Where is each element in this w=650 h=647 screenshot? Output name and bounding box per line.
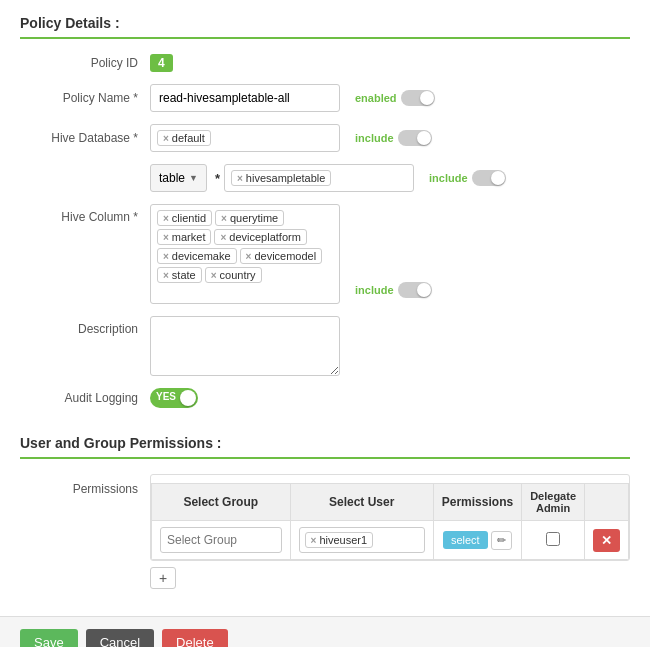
hive-column-tag: ×market [157, 229, 211, 245]
audit-toggle-knob [180, 390, 196, 406]
table-dropdown-wrapper: table ▼ * [150, 164, 224, 192]
permissions-table: Select Group Select User Permissions Del… [151, 483, 629, 560]
col-action-header [585, 484, 629, 521]
include-label-col: include [355, 284, 394, 296]
hive-db-label: Hive Database * [20, 131, 150, 145]
hive-col-tag-remove[interactable]: × [163, 213, 169, 224]
hive-col-tag-remove[interactable]: × [163, 270, 169, 281]
delegate-cell [522, 521, 585, 560]
delegate-admin-checkbox[interactable] [546, 532, 560, 546]
include-label-table: include [429, 172, 468, 184]
include-toggle-table-knob [491, 171, 505, 185]
audit-toggle-wrapper: YES [150, 388, 198, 408]
cancel-button[interactable]: Cancel [86, 629, 154, 647]
user-tag: × hiveuser1 [305, 532, 374, 548]
add-row-button[interactable]: + [150, 567, 176, 589]
hive-db-tag: × default [157, 130, 211, 146]
user-tag-remove[interactable]: × [311, 535, 317, 546]
col-delegate-header: Delegate Admin [522, 484, 585, 521]
include-toggle-table-wrapper: include [429, 170, 506, 186]
audit-yes-label: YES [156, 391, 176, 402]
enabled-toggle-wrapper: enabled [355, 90, 435, 106]
table-asterisk: * [215, 171, 220, 186]
hive-column-input-box[interactable]: ×clientid×querytime×market×deviceplatfor… [150, 204, 340, 304]
hive-column-tag: ×country [205, 267, 262, 283]
hive-column-tag: ×state [157, 267, 202, 283]
enabled-label: enabled [355, 92, 397, 104]
group-cell [152, 521, 291, 560]
chevron-down-icon: ▼ [189, 173, 198, 183]
audit-toggle[interactable]: YES [150, 388, 198, 408]
select-permissions-button[interactable]: select [443, 531, 488, 549]
table-dropdown-label: table [159, 171, 185, 185]
delete-row-button[interactable]: ✕ [593, 529, 620, 552]
user-tag-label: hiveuser1 [319, 534, 367, 546]
include-toggle-col-knob [417, 283, 431, 297]
permissions-title: User and Group Permissions : [20, 435, 630, 459]
hive-column-label: Hive Column * [20, 204, 150, 224]
permissions-cell: select ✏ [433, 521, 521, 560]
save-button[interactable]: Save [20, 629, 78, 647]
hive-column-tag: ×devicemodel [240, 248, 323, 264]
description-row: Description [20, 316, 630, 376]
include-toggle-db[interactable] [398, 130, 432, 146]
select-group-input[interactable] [160, 527, 282, 553]
permissions-table-wrapper: Select Group Select User Permissions Del… [150, 474, 630, 561]
hive-table-input-box[interactable]: × hivesampletable [224, 164, 414, 192]
policy-id-label: Policy ID [20, 56, 150, 70]
hive-col-tag-remove[interactable]: × [246, 251, 252, 262]
hive-table-tag: × hivesampletable [231, 170, 331, 186]
delegate-label: Delegate [530, 490, 576, 502]
include-label-db: include [355, 132, 394, 144]
policy-id-row: Policy ID 4 [20, 54, 630, 72]
audit-logging-area: YES [150, 388, 630, 408]
col-permissions-header: Permissions [433, 484, 521, 521]
policy-details-title: Policy Details : [20, 15, 630, 39]
hive-column-tag: ×querytime [215, 210, 284, 226]
permissions-row: Permissions Select Group Select User Per… [20, 474, 630, 589]
hive-col-tag-remove[interactable]: × [163, 232, 169, 243]
user-cell: × hiveuser1 [290, 521, 433, 560]
admin-label: Admin [536, 502, 570, 514]
policy-name-input[interactable] [150, 84, 340, 112]
table-row: × hiveuser1 select ✏ [152, 521, 629, 560]
enabled-toggle[interactable] [401, 90, 435, 106]
delete-cell: ✕ [585, 521, 629, 560]
audit-logging-label: Audit Logging [20, 391, 150, 405]
col-user-header: Select User [290, 484, 433, 521]
hive-column-tag: ×deviceplatform [214, 229, 306, 245]
include-toggle-col[interactable] [398, 282, 432, 298]
edit-icon: ✏ [497, 534, 506, 546]
hive-col-tag-remove[interactable]: × [211, 270, 217, 281]
permissions-header-row: Select Group Select User Permissions Del… [152, 484, 629, 521]
hive-column-area: ×clientid×querytime×market×deviceplatfor… [150, 204, 630, 304]
policy-name-row: Policy Name * enabled [20, 84, 630, 112]
hive-table-tag-label: hivesampletable [246, 172, 326, 184]
user-tag-box[interactable]: × hiveuser1 [299, 527, 425, 553]
description-input[interactable] [150, 316, 340, 376]
hive-col-tag-remove[interactable]: × [221, 213, 227, 224]
table-dropdown-btn[interactable]: table ▼ [150, 164, 207, 192]
hive-db-input-box[interactable]: × default [150, 124, 340, 152]
hive-column-row: Hive Column * ×clientid×querytime×market… [20, 204, 630, 304]
description-label: Description [20, 316, 150, 336]
hive-col-tag-remove[interactable]: × [220, 232, 226, 243]
delete-button[interactable]: Delete [162, 629, 228, 647]
hive-db-row: Hive Database * × default include [20, 124, 630, 152]
hive-table-tag-remove[interactable]: × [237, 173, 243, 184]
hive-column-tag: ×devicemake [157, 248, 237, 264]
col-group-header: Select Group [152, 484, 291, 521]
include-toggle-db-knob [417, 131, 431, 145]
table-row-form: table ▼ * × hivesampletable include [20, 164, 630, 192]
edit-permissions-button[interactable]: ✏ [491, 531, 512, 550]
hive-db-tag-label: default [172, 132, 205, 144]
include-toggle-table[interactable] [472, 170, 506, 186]
hive-column-tag: ×clientid [157, 210, 212, 226]
include-toggle-db-wrapper: include [355, 130, 432, 146]
policy-name-label: Policy Name * [20, 91, 150, 105]
policy-name-area: enabled [150, 84, 630, 112]
bottom-buttons-bar: Save Cancel Delete [0, 616, 650, 647]
hive-db-tag-remove[interactable]: × [163, 133, 169, 144]
hive-col-tag-remove[interactable]: × [163, 251, 169, 262]
description-area [150, 316, 630, 376]
